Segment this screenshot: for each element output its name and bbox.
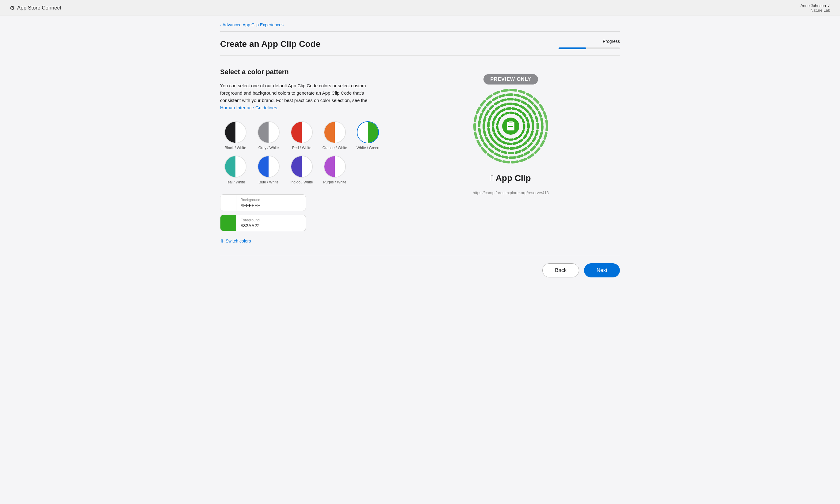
color-half-left (225, 122, 236, 143)
color-half-left (225, 156, 236, 177)
page-title: Create an App Clip Code (220, 39, 320, 49)
color-half-right (302, 156, 312, 177)
color-circle-red-white (291, 121, 313, 143)
hig-link[interactable]: Human Interface Guidelines (220, 105, 277, 110)
app-logo: ⚙ (10, 5, 15, 11)
preview-url: https://camp.forestexplorer.org/reserve/… (473, 191, 549, 195)
color-option-indigo-white[interactable]: Indigo / White (286, 156, 317, 185)
color-half-left (358, 122, 368, 143)
main-content: Select a color pattern You can select on… (220, 56, 620, 256)
color-circle-indigo-white (291, 156, 313, 178)
progress-bar-container (559, 48, 620, 49)
color-circle-purple-white (324, 156, 346, 178)
apple-logo-icon:  (491, 173, 494, 183)
foreground-input-text: Foreground #33AA22 (236, 216, 306, 231)
page-header: Create an App Clip Code Progress (220, 32, 620, 55)
color-half-left (258, 156, 269, 177)
color-half-left (258, 122, 269, 143)
background-input-row[interactable]: Background #FFFFFF (220, 195, 306, 211)
back-button[interactable]: Back (542, 263, 579, 277)
breadcrumb-row: ‹ Advanced App Clip Experiences (220, 16, 620, 31)
progress-label: Progress (603, 39, 620, 44)
username[interactable]: Anne Johnson ∨ (801, 3, 830, 8)
user-info: Anne Johnson ∨ Nature Lab (801, 3, 830, 13)
progress-bar-fill (559, 48, 586, 49)
color-label-blue-white: Blue / White (259, 180, 279, 185)
color-half-right (335, 156, 345, 177)
color-label-grey-white: Grey / White (258, 146, 279, 151)
foreground-input-row[interactable]: Foreground #33AA22 (220, 215, 306, 231)
preview-container: PREVIEW ONLY (471, 74, 551, 195)
color-circle-white-green (357, 121, 379, 143)
chevron-down-icon: ∨ (827, 3, 830, 8)
color-half-left (324, 156, 335, 177)
bottom-bar: Back Next (220, 256, 620, 285)
color-option-grey-white[interactable]: Grey / White (253, 121, 284, 151)
svg-rect-9 (509, 121, 513, 123)
breadcrumb-text: ‹ Advanced App Clip Experiences (220, 22, 284, 27)
progress-section: Progress (559, 39, 620, 49)
color-label-purple-white: Purple / White (323, 180, 346, 185)
breadcrumb-link[interactable]: ‹ Advanced App Clip Experiences (220, 22, 284, 27)
color-grid: Black / WhiteGrey / WhiteRed / WhiteOran… (220, 121, 383, 185)
color-label-indigo-white: Indigo / White (290, 180, 313, 185)
app-title: ⚙ App Store Connect (10, 5, 61, 11)
color-label-white-green: White / Green (357, 146, 379, 151)
app-clip-code-svg (471, 86, 551, 166)
color-half-right (368, 122, 378, 143)
app-title-text: App Store Connect (17, 5, 61, 11)
color-circle-grey-white (258, 121, 279, 143)
color-label-orange-white: Orange / White (323, 146, 347, 151)
color-half-left (291, 122, 302, 143)
foreground-value: #33AA22 (241, 223, 301, 228)
color-half-right (269, 122, 279, 143)
color-option-orange-white[interactable]: Orange / White (320, 121, 350, 151)
color-option-blue-white[interactable]: Blue / White (253, 156, 284, 185)
color-circle-blue-white (258, 156, 279, 178)
app-bar: ⚙ App Store Connect Anne Johnson ∨ Natur… (0, 0, 840, 16)
foreground-label: Foreground (241, 218, 301, 222)
color-option-teal-white[interactable]: Teal / White (220, 156, 251, 185)
color-half-right (302, 122, 312, 143)
color-circle-teal-white (224, 156, 246, 178)
color-half-left (324, 122, 335, 143)
color-label-teal-white: Teal / White (226, 180, 245, 185)
foreground-swatch (220, 215, 236, 231)
color-option-black-white[interactable]: Black / White (220, 121, 251, 151)
app-clip-label:  App Clip (491, 173, 531, 183)
color-option-white-green[interactable]: White / Green (353, 121, 383, 151)
color-circle-black-white (224, 121, 246, 143)
color-option-red-white[interactable]: Red / White (286, 121, 317, 151)
switch-icon: ⇅ (220, 238, 224, 244)
color-label-black-white: Black / White (225, 146, 246, 151)
background-swatch (220, 195, 236, 211)
background-label: Background (241, 198, 301, 202)
preview-badge: PREVIEW ONLY (483, 74, 538, 85)
color-half-right (269, 156, 279, 177)
color-label-red-white: Red / White (292, 146, 311, 151)
description: You can select one of our default App Cl… (220, 82, 379, 111)
app-clip-text: App Clip (496, 173, 531, 183)
right-panel: PREVIEW ONLY (401, 68, 620, 244)
background-value: #FFFFFF (241, 203, 301, 208)
switch-colors-button[interactable]: ⇅ Switch colors (220, 238, 251, 244)
color-half-left (291, 156, 302, 177)
org-name: Nature Lab (801, 8, 830, 13)
color-inputs: Background #FFFFFF Foreground #33AA22 (220, 195, 383, 231)
switch-label: Switch colors (226, 238, 251, 244)
color-circle-orange-white (324, 121, 346, 143)
background-input-text: Background #FFFFFF (236, 195, 306, 210)
color-half-right (236, 122, 246, 143)
left-panel: Select a color pattern You can select on… (220, 68, 383, 244)
next-button[interactable]: Next (584, 263, 620, 277)
color-half-right (335, 122, 345, 143)
color-option-purple-white[interactable]: Purple / White (320, 156, 350, 185)
section-title: Select a color pattern (220, 68, 383, 76)
color-half-right (236, 156, 246, 177)
